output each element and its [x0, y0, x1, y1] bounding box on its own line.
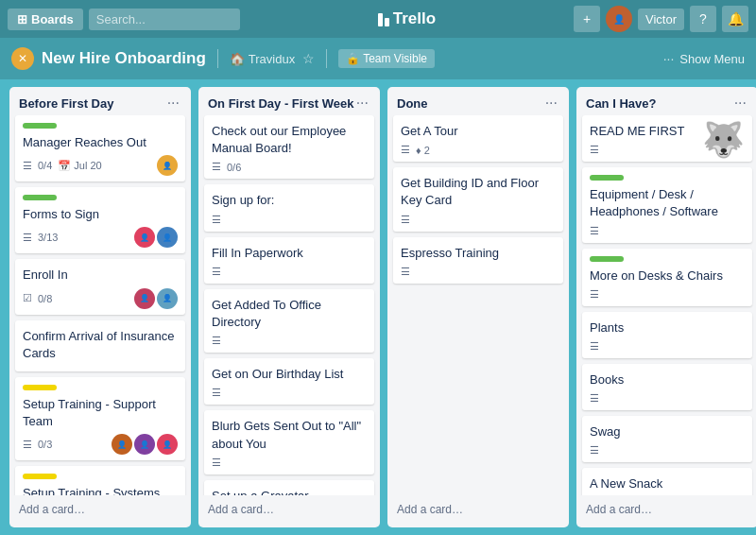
card[interactable]: Setup Training - Support Team☰0/3👤👤👤	[15, 377, 185, 460]
card-title: Check out our Employee Manual Board!	[212, 123, 367, 157]
card[interactable]: Espresso Training☰	[393, 237, 563, 284]
card[interactable]: Books☰	[582, 364, 752, 410]
card-meta: ☰	[401, 214, 556, 226]
card-title: Swag	[590, 423, 745, 440]
card[interactable]: Enroll In☑0/8👤👤	[15, 259, 185, 314]
list-on-first-day: On First Day - First Week···Check out ou…	[198, 87, 380, 527]
mini-avatar: 👤	[157, 227, 178, 248]
user-button[interactable]: Victor	[638, 9, 684, 30]
card-title: Confirm Arrival of Insurance Cards	[23, 328, 178, 362]
mini-avatar: 👤	[157, 288, 178, 309]
list-menu-button[interactable]: ···	[732, 95, 748, 112]
search-input[interactable]	[89, 9, 240, 30]
card-title: Get A Tour	[401, 123, 556, 140]
list-menu-button[interactable]: ···	[543, 95, 559, 112]
list-menu-button[interactable]: ···	[165, 95, 181, 112]
card-title: Setup Training - Support Team	[23, 396, 178, 430]
app-logo: Trello	[246, 9, 568, 28]
card[interactable]: Sign up for:☰	[204, 184, 374, 231]
card-avatars: 👤👤👤	[112, 434, 178, 455]
list-cards: Get A Tour☰♦ 2Get Building ID and Floor …	[387, 115, 569, 495]
card[interactable]: Confirm Arrival of Insurance Cards	[15, 320, 185, 371]
card[interactable]: Swag☰	[582, 416, 752, 462]
card-badge: ☰	[212, 266, 221, 278]
card[interactable]: Plants☰	[582, 312, 752, 358]
star-icon[interactable]: ☆	[302, 51, 315, 66]
card-badge: ☰	[23, 439, 32, 451]
card-meta: ☰	[590, 225, 745, 237]
card-title: Enroll In	[23, 267, 178, 284]
add-card-button[interactable]: Add a card…	[582, 497, 752, 522]
card-title: More on Desks & Chairs	[590, 268, 745, 285]
card-label	[590, 256, 624, 262]
nav-right-area: + 👤 Victor ? 🔔	[574, 6, 748, 32]
card-badge: 📅 Jul 20	[58, 160, 101, 172]
card-badge: ☰	[23, 160, 32, 172]
card-meta: ☰0/4📅 Jul 20👤	[23, 155, 178, 176]
card-label	[23, 123, 57, 129]
card[interactable]: Blurb Gets Sent Out to "All" about You☰	[204, 410, 374, 474]
card[interactable]: Setup Training - Systems Team☰0/3👤👤	[15, 466, 185, 495]
card-badge: ☰	[590, 340, 599, 353]
card[interactable]: Get Added To Office Directory☰	[204, 289, 374, 353]
divider2	[326, 49, 327, 68]
list-menu-button[interactable]: ···	[354, 95, 370, 112]
visibility-button[interactable]: 🔒 Team Visible	[338, 49, 435, 68]
card-title: A New Snack	[590, 475, 745, 492]
show-menu-button[interactable]: Show Menu	[679, 52, 745, 66]
card-meta: ☰	[590, 340, 745, 353]
board-header: ✕ New Hire Onboarding 🏠 Travidux ☆ 🔒 Tea…	[0, 38, 756, 79]
board-title-area: ✕ New Hire Onboarding 🏠 Travidux ☆ 🔒 Tea…	[11, 47, 654, 70]
list-title: Before First Day	[19, 96, 165, 111]
info-icon: ?	[699, 11, 707, 26]
card-meta: ☰♦ 2	[401, 144, 556, 156]
card[interactable]: Set up a Gravatar☰	[204, 480, 374, 495]
card[interactable]: Forms to Sign☰3/13👤👤	[15, 187, 185, 253]
list-header: Done···	[387, 87, 569, 115]
card-label	[23, 385, 57, 390]
add-card-button[interactable]: Add a card…	[204, 497, 374, 522]
card-meta: ☰	[401, 266, 556, 278]
card-title: Forms to Sign	[23, 206, 178, 223]
mini-avatar: 👤	[157, 155, 178, 176]
info-button[interactable]: ?	[690, 6, 716, 32]
add-card-button[interactable]: Add a card…	[393, 497, 563, 522]
card[interactable]: Get Building ID and Floor Key Card☰	[393, 167, 563, 231]
card[interactable]: A New Snack☰	[582, 468, 752, 495]
card-avatars: 👤	[157, 155, 178, 176]
card-badge: ☰	[212, 387, 221, 399]
add-card-button[interactable]: Add a card…	[15, 497, 185, 522]
card[interactable]: Get on Our Birthday List☰	[204, 358, 374, 405]
list-cards: Manager Reaches Out☰0/4📅 Jul 20👤Forms to…	[9, 115, 191, 495]
card[interactable]: Get A Tour☰♦ 2	[393, 115, 563, 162]
board-content: Before First Day···Manager Reaches Out☰0…	[0, 79, 756, 535]
card[interactable]: Manager Reaches Out☰0/4📅 Jul 20👤	[15, 115, 185, 181]
bell-icon: 🔔	[728, 11, 744, 26]
notification-button[interactable]: 🔔	[722, 6, 748, 32]
card-title: Sign up for:	[212, 192, 367, 209]
boards-button[interactable]: ⊞ Boards	[8, 9, 83, 30]
card-badge: ☰	[401, 144, 410, 156]
card-badge: 0/3	[38, 439, 52, 450]
divider	[217, 49, 218, 68]
card-label	[23, 474, 57, 479]
plus-icon: +	[583, 11, 591, 26]
card[interactable]: Check out our Employee Manual Board!☰0/6	[204, 115, 374, 179]
board-icon: ✕	[11, 47, 34, 70]
card[interactable]: 🐺READ ME FIRST☰	[582, 115, 752, 162]
list-done: Done···Get A Tour☰♦ 2Get Building ID and…	[387, 87, 569, 527]
card[interactable]: More on Desks & Chairs☰	[582, 249, 752, 306]
list-title: Done	[397, 96, 543, 111]
list-before-first-day: Before First Day···Manager Reaches Out☰0…	[9, 87, 191, 527]
card-title: Manager Reaches Out	[23, 134, 178, 151]
avatar: 👤	[606, 6, 632, 32]
mini-avatar: 👤	[112, 434, 132, 455]
card-title: Fill In Paperwork	[212, 245, 367, 262]
list-header: Before First Day···	[9, 87, 191, 115]
list-header: Can I Have?···	[576, 87, 756, 115]
card-avatars: 👤👤	[134, 288, 178, 309]
card[interactable]: Fill In Paperwork☰	[204, 237, 374, 284]
add-button[interactable]: +	[574, 6, 600, 32]
card-title: Set up a Gravatar	[212, 488, 367, 495]
card[interactable]: Equipment / Desk / Headphones / Software…	[582, 167, 752, 242]
